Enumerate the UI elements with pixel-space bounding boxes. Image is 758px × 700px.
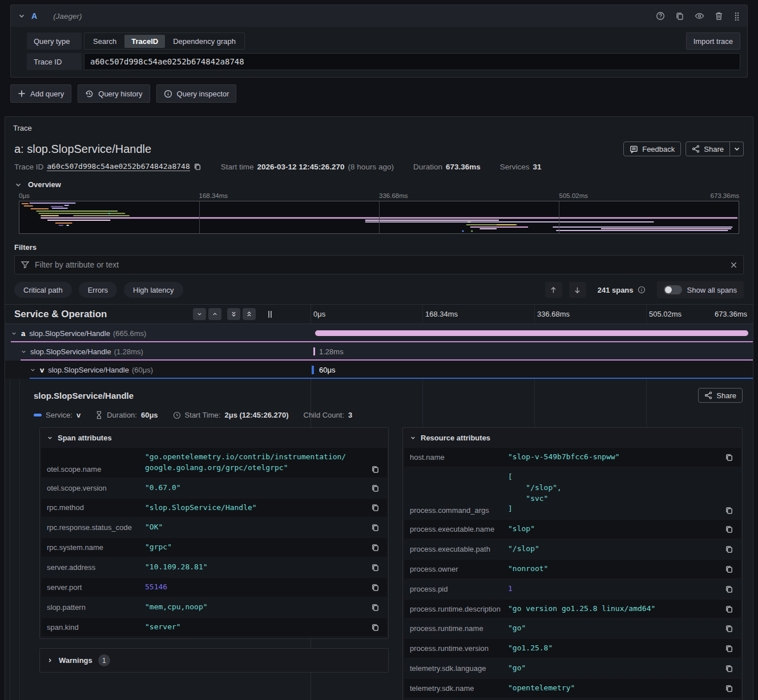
span-bar[interactable]	[315, 330, 748, 336]
query-type-search[interactable]: Search	[86, 35, 123, 48]
share-icon	[692, 145, 700, 153]
import-trace-button[interactable]: Import trace	[686, 33, 740, 50]
attribute-key: server.address	[47, 563, 145, 572]
attribute-row: slop.pattern"mem,cpu,noop"	[41, 598, 387, 617]
query-type-dependency-graph[interactable]: Dependency graph	[166, 35, 243, 48]
span-table: Service & Operation 0μs 168.34ms 336.68m…	[5, 304, 753, 700]
delete-query-icon[interactable]	[715, 11, 723, 21]
span-count-info-icon[interactable]	[638, 286, 646, 294]
collapse-one-button[interactable]	[193, 308, 206, 320]
copy-icon[interactable]	[725, 565, 735, 573]
trace-id-input[interactable]	[84, 53, 740, 70]
clear-filter-icon[interactable]	[730, 261, 737, 269]
add-query-button[interactable]: Add query	[10, 84, 71, 103]
copy-icon[interactable]	[371, 465, 381, 474]
copy-icon[interactable]	[371, 523, 381, 532]
overview-toggle[interactable]: Overview	[5, 171, 753, 192]
span-attributes-toggle[interactable]: Span attributes	[40, 428, 388, 448]
copy-icon[interactable]	[725, 525, 735, 533]
warnings-toggle[interactable]: Warnings 1	[40, 649, 388, 672]
chevron-down-icon[interactable]	[21, 349, 27, 355]
span-bar[interactable]	[312, 366, 314, 374]
span-row[interactable]: a slop.SlopService/Handle (665.6ms)	[5, 324, 753, 342]
column-resizer[interactable]	[268, 311, 274, 318]
drag-handle-icon[interactable]	[733, 11, 740, 21]
copy-icon[interactable]	[725, 506, 735, 515]
attribute-key: process.runtime.description	[410, 605, 508, 613]
share-dropdown-caret[interactable]	[730, 141, 744, 156]
duplicate-icon[interactable]	[675, 11, 684, 21]
copy-icon[interactable]	[371, 543, 381, 552]
span-operation: slop.SlopService/Handle	[30, 347, 111, 356]
query-inspector-button[interactable]: Query inspector	[156, 84, 237, 103]
minimap-ticks: 0μs 168.34ms 336.68ms 505.02ms 673.36ms	[19, 192, 739, 201]
attribute-value: "slop-v-549b7bfcc6-snpww"	[508, 452, 725, 463]
copy-icon[interactable]	[725, 453, 735, 462]
copy-icon[interactable]	[371, 603, 381, 612]
copy-icon[interactable]	[371, 563, 381, 572]
copy-icon[interactable]	[725, 585, 735, 593]
datasource-name: (Jaeger)	[53, 12, 82, 21]
copy-icon[interactable]	[725, 545, 735, 553]
attribute-key: server.port	[47, 583, 145, 592]
attribute-row: process.runtime.name"go"	[404, 619, 741, 638]
high-latency-chip[interactable]: High latency	[124, 282, 183, 298]
query-history-button[interactable]: Query history	[78, 84, 150, 103]
help-icon[interactable]	[656, 11, 665, 21]
copy-trace-id-icon[interactable]	[193, 163, 201, 171]
resource-attributes-toggle[interactable]: Resource attributes	[403, 428, 742, 448]
attribute-key: process.runtime.name	[410, 624, 508, 633]
attribute-key: rpc.response.status_code	[47, 523, 145, 532]
copy-icon[interactable]	[725, 644, 735, 653]
next-match-button[interactable]	[569, 282, 586, 298]
attribute-value: "go.opentelemetry.io/contrib/instrumenta…	[145, 452, 371, 474]
copy-icon[interactable]	[725, 624, 735, 633]
collapse-all-button[interactable]	[227, 308, 240, 320]
attribute-key: process.executable.name	[410, 525, 508, 533]
copy-icon[interactable]	[371, 484, 381, 492]
minimap-canvas[interactable]	[19, 201, 739, 234]
timeline-tick: 0μs	[313, 310, 325, 318]
copy-icon[interactable]	[371, 583, 381, 592]
span-share-button[interactable]: Share	[698, 388, 743, 403]
chevron-down-icon[interactable]	[30, 367, 36, 373]
prev-match-button[interactable]	[545, 282, 562, 298]
timeline-tick: 673.36ms	[715, 310, 747, 318]
span-attributes-rows: otel.scope.name"go.opentelemetry.io/cont…	[40, 448, 388, 638]
trace-panel: Trace a: slop.SlopService/Handle Feedbac…	[5, 116, 753, 700]
span-row[interactable]: slop.SlopService/Handle (1.28ms) 1.28ms	[5, 342, 753, 361]
attribute-row: server.port55146	[41, 578, 387, 597]
attribute-key: process.runtime.version	[410, 644, 508, 653]
trace-id-link[interactable]: a60c507d998c54ae0252b674842a8748	[47, 162, 190, 171]
copy-icon[interactable]	[725, 684, 735, 693]
show-all-spans-label: Show all spans	[687, 286, 737, 294]
span-bar[interactable]	[313, 347, 315, 355]
attribute-row: process.pid1	[404, 580, 741, 598]
feedback-button[interactable]: Feedback	[623, 141, 681, 156]
duration-value: 673.36ms	[446, 163, 481, 171]
query-type-traceid[interactable]: TraceID	[124, 35, 165, 48]
copy-icon[interactable]	[371, 623, 381, 632]
toggle-switch[interactable]	[664, 285, 682, 294]
hide-response-icon[interactable]	[695, 11, 704, 21]
chevron-down-icon[interactable]	[11, 330, 17, 337]
chevron-down-icon[interactable]	[18, 12, 26, 20]
critical-path-chip[interactable]: Critical path	[14, 282, 72, 298]
attribute-key: telemetry.sdk.name	[410, 684, 508, 693]
expand-all-button[interactable]	[243, 308, 256, 320]
show-all-spans-toggle[interactable]: Show all spans	[657, 281, 744, 298]
query-editor-header[interactable]: A (Jaeger)	[11, 5, 747, 27]
attribute-row: process.executable.name"slop"	[404, 520, 741, 539]
attribute-key: rpc.system.name	[47, 543, 145, 552]
copy-icon[interactable]	[725, 664, 735, 673]
share-button[interactable]: Share	[686, 141, 730, 156]
span-bar-label: 60μs	[319, 366, 335, 374]
span-row-selected[interactable]: v slop.SlopService/Handle (60μs) 60μs	[5, 361, 753, 379]
errors-chip[interactable]: Errors	[79, 282, 117, 298]
attribute-value: [ "/slop", "svc" ]	[508, 472, 725, 515]
copy-icon[interactable]	[725, 605, 735, 613]
trace-overview-minimap[interactable]: 0μs 168.34ms 336.68ms 505.02ms 673.36ms	[19, 192, 739, 234]
expand-one-button[interactable]	[208, 308, 221, 320]
filter-input[interactable]	[35, 260, 725, 269]
copy-icon[interactable]	[371, 503, 381, 512]
